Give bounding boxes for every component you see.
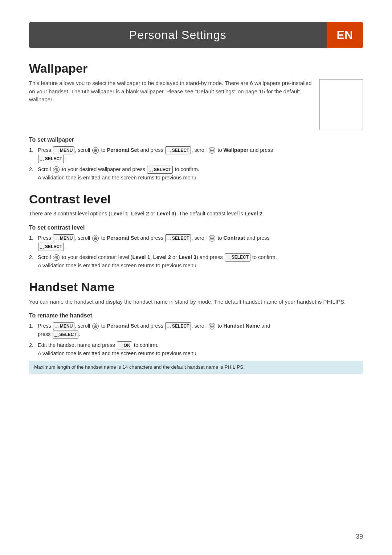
handset-name-steps: 1. Press ⎯⌞MENU, scroll ⨁ to Personal Se… (29, 322, 363, 358)
scroll-icon-h1: ⨁ (92, 323, 99, 329)
handset-name-subsection-title: To rename the handset (29, 312, 363, 319)
menu-button-icon-h1: ⎯⌞MENU (53, 322, 74, 331)
select-button-icon-c2: ⎯⌞SELECT (38, 243, 64, 251)
wallpaper-text: This feature allows you to select the wa… (29, 79, 312, 108)
handset-name-title: Handset Name (29, 280, 363, 294)
page-number: 39 (356, 533, 363, 540)
wallpaper-step-1: 1. Press ⎯⌞MENU, scroll ⨁ to Personal Se… (29, 146, 363, 163)
handset-name-section: Handset Name You can name the handset an… (29, 280, 363, 374)
wallpaper-step-2: 2. Scroll ⨁ to your desired wallpaper an… (29, 165, 363, 182)
select-button-icon-2: ⎯⌞SELECT (38, 155, 64, 163)
contrast-steps: 1. Press ⎯⌞MENU, scroll ⨁ to Personal Se… (29, 234, 363, 270)
wallpaper-description: This feature allows you to select the wa… (29, 79, 312, 104)
handset-name-description: You can name the handset and display the… (29, 298, 363, 306)
page-title: Personal Settings (29, 22, 327, 48)
contrast-step-1: 1. Press ⎯⌞MENU, scroll ⨁ to Personal Se… (29, 234, 363, 251)
select-button-icon: ⎯⌞SELECT (165, 146, 191, 155)
select-button-icon-3: ⎯⌞SELECT (147, 166, 173, 174)
menu-button-icon: ⎯⌞MENU (53, 146, 74, 155)
scroll-icon-c2: ⨁ (209, 235, 215, 242)
scroll-icon-c1: ⨁ (92, 235, 99, 242)
wallpaper-steps: 1. Press ⎯⌞MENU, scroll ⨁ to Personal Se… (29, 146, 363, 182)
scroll-icon-c3: ⨁ (53, 254, 60, 261)
handset-name-step-2: 2. Edit the handset name and press ⎯⌞OK … (29, 341, 363, 358)
select-button-icon-c1: ⎯⌞SELECT (165, 234, 191, 243)
wallpaper-subsection-title: To set wallpaper (29, 137, 363, 143)
language-badge: EN (327, 22, 363, 48)
contrast-subsection-title: To set contrast level (29, 224, 363, 231)
scroll-icon-1: ⨁ (92, 147, 99, 154)
wallpaper-image-placeholder (319, 79, 363, 130)
scroll-icon-2: ⨁ (209, 147, 215, 154)
menu-button-icon-c1: ⎯⌞MENU (53, 234, 74, 243)
select-button-icon-h2: ⎯⌞SELECT (53, 331, 78, 339)
scroll-icon-h2: ⨁ (209, 323, 215, 329)
contrast-description: There are 3 contrast level options (Leve… (29, 210, 363, 218)
scroll-icon-3: ⨁ (53, 166, 60, 173)
page: Personal Settings EN Wallpaper This feat… (0, 0, 392, 555)
wallpaper-title: Wallpaper (29, 61, 363, 76)
handset-name-note: Maximum length of the handset name is 14… (29, 361, 363, 374)
contrast-step-2: 2. Scroll ⨁ to your desired contrast lev… (29, 253, 363, 270)
select-button-icon-h1: ⎯⌞SELECT (165, 322, 191, 331)
handset-name-step-1: 1. Press ⎯⌞MENU, scroll ⨁ to Personal Se… (29, 322, 363, 339)
contrast-title: Contrast level (29, 192, 363, 206)
select-button-icon-c3: ⎯⌞SELECT (225, 253, 250, 262)
header-bar: Personal Settings EN (29, 22, 363, 48)
wallpaper-section: This feature allows you to select the wa… (29, 79, 363, 130)
contrast-section: Contrast level There are 3 contrast leve… (29, 192, 363, 270)
ok-button-icon: ⎯⌞OK (117, 341, 132, 350)
